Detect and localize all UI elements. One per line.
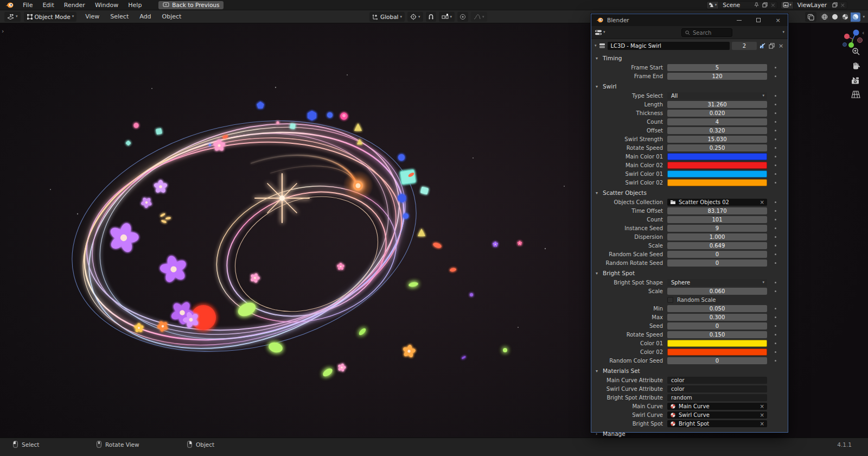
- animate-decorator-dot[interactable]: [775, 201, 776, 203]
- animate-decorator-dot[interactable]: [775, 360, 776, 362]
- animate-decorator-dot[interactable]: [775, 182, 776, 183]
- shading-rendered-button[interactable]: [851, 12, 860, 22]
- menu-help[interactable]: Help: [123, 2, 146, 9]
- unlink-scene-icon[interactable]: ×: [769, 2, 777, 9]
- checkbox-random-scale[interactable]: [667, 297, 673, 303]
- modifier-graph-icon[interactable]: [759, 43, 766, 49]
- animate-decorator-dot[interactable]: [775, 308, 776, 309]
- animate-decorator-dot[interactable]: [775, 95, 776, 97]
- section-header-manage[interactable]: ›Manage: [591, 429, 788, 439]
- shading-dropdown-chevron[interactable]: ▾: [863, 15, 865, 19]
- window-minimize-button[interactable]: [729, 14, 749, 26]
- animate-decorator-dot[interactable]: [775, 343, 776, 344]
- modifier-name-field[interactable]: LC3D - Magic Swirl: [608, 42, 730, 50]
- slider-count[interactable]: 101: [667, 216, 767, 223]
- slider-thickness[interactable]: 0.020: [667, 110, 767, 117]
- sidebar-expand-arrow[interactable]: ‹: [862, 29, 864, 36]
- slider-rotate-speed[interactable]: 0.150: [667, 331, 767, 338]
- slider-rotate-speed[interactable]: 0.250: [667, 144, 767, 151]
- animate-decorator-dot[interactable]: [775, 164, 776, 166]
- animate-decorator-dot[interactable]: [775, 219, 776, 220]
- animate-decorator-dot[interactable]: [775, 236, 776, 238]
- section-header-timing[interactable]: ▾Timing: [591, 53, 788, 63]
- animate-decorator-dot[interactable]: [775, 254, 776, 255]
- clear-material-icon[interactable]: ×: [760, 412, 764, 418]
- slider-random-rotate-seed[interactable]: 0: [667, 259, 767, 267]
- window-maximize-button[interactable]: [749, 14, 768, 26]
- dropdown-type-select[interactable]: All▾: [667, 92, 767, 99]
- animate-decorator-dot[interactable]: [775, 67, 776, 68]
- slider-min[interactable]: 0.050: [667, 305, 767, 312]
- shading-wireframe-button[interactable]: [820, 12, 829, 22]
- animate-decorator-dot[interactable]: [775, 112, 776, 114]
- slider-frame-end[interactable]: 120: [667, 73, 767, 80]
- viewport-menu-object[interactable]: Object: [157, 13, 187, 20]
- modifier-remove-icon[interactable]: ×: [777, 43, 784, 49]
- proportional-editing-toggle[interactable]: [457, 12, 468, 22]
- shading-solid-button[interactable]: [830, 12, 840, 22]
- mode-selector[interactable]: Object Mode ▾: [24, 12, 77, 22]
- slider-offset[interactable]: 0.320: [667, 127, 767, 134]
- material-field-bright-spot[interactable]: Bright Spot×: [667, 420, 767, 427]
- material-field-main-curve[interactable]: Main Curve×: [667, 403, 767, 410]
- proportional-falloff-selector[interactable]: ▾: [471, 12, 487, 22]
- overlays-toggle[interactable]: [805, 12, 816, 22]
- slider-dispersion[interactable]: 1.000: [667, 233, 767, 240]
- editor-type-selector[interactable]: ▾: [4, 12, 21, 22]
- slider-swirl-strength[interactable]: 15.030: [667, 136, 767, 143]
- modifier-count-field[interactable]: 2: [732, 42, 757, 50]
- pivot-point-selector[interactable]: ▾: [407, 12, 423, 22]
- grid-perspective-icon[interactable]: [851, 91, 860, 98]
- pan-hand-icon[interactable]: [852, 62, 860, 71]
- slider-random-color-seed[interactable]: 0: [667, 357, 767, 364]
- scene-name[interactable]: Scene: [719, 2, 752, 8]
- section-header-swirl[interactable]: ▾Swirl: [591, 81, 788, 91]
- menu-window[interactable]: Window: [90, 2, 123, 9]
- window-close-button[interactable]: ×: [768, 14, 788, 26]
- menu-file[interactable]: File: [18, 2, 37, 9]
- viewport-menu-view[interactable]: View: [80, 13, 105, 20]
- menu-edit[interactable]: Edit: [37, 2, 59, 9]
- slider-max[interactable]: 0.300: [667, 314, 767, 321]
- animate-decorator-dot[interactable]: [775, 282, 776, 283]
- animate-decorator-dot[interactable]: [775, 147, 776, 149]
- animate-decorator-dot[interactable]: [775, 121, 776, 123]
- dropdown-bright-spot-shape[interactable]: Sphere▾: [667, 279, 767, 286]
- animate-decorator-dot[interactable]: [775, 210, 776, 212]
- slider-frame-start[interactable]: 5: [667, 64, 767, 71]
- modifier-stack-icon[interactable]: [599, 43, 605, 49]
- back-to-previous-button[interactable]: Back to Previous: [158, 1, 224, 9]
- slider-seed[interactable]: 0: [667, 322, 767, 330]
- animate-decorator-dot[interactable]: [775, 325, 776, 327]
- transform-orientation-selector[interactable]: Global ▾: [369, 12, 405, 22]
- color-swatch-main-color-02[interactable]: [667, 162, 767, 169]
- window-titlebar[interactable]: Blender ×: [591, 14, 788, 26]
- viewport-menu-add[interactable]: Add: [134, 13, 156, 20]
- clear-collection-icon[interactable]: ×: [760, 199, 764, 205]
- snap-toggle[interactable]: [426, 12, 436, 22]
- toolbar-expand-arrow[interactable]: ›: [2, 28, 4, 35]
- animate-decorator-dot[interactable]: [775, 334, 776, 335]
- camera-view-icon[interactable]: [851, 77, 860, 85]
- slider-length[interactable]: 31.260: [667, 101, 767, 108]
- color-swatch-color-01[interactable]: [667, 340, 767, 347]
- animate-decorator-dot[interactable]: [775, 156, 776, 157]
- text-field-bright-spot-attribute[interactable]: random: [667, 394, 767, 401]
- shading-material-button[interactable]: [840, 12, 850, 22]
- scene-selector[interactable]: ▾ Scene ×: [706, 1, 778, 9]
- snap-with-selector[interactable]: ▾: [439, 12, 455, 22]
- text-field-swirl-curve-attribute[interactable]: color: [667, 385, 767, 392]
- copy-viewlayer-icon[interactable]: [831, 2, 839, 9]
- animate-decorator-dot[interactable]: [775, 290, 776, 292]
- animate-decorator-dot[interactable]: [775, 262, 776, 264]
- animate-decorator-dot[interactable]: [775, 104, 776, 105]
- viewlayer-name[interactable]: ViewLayer: [794, 2, 831, 8]
- animate-decorator-dot[interactable]: [775, 316, 776, 318]
- animate-decorator-dot[interactable]: [775, 75, 776, 77]
- animate-decorator-dot[interactable]: [775, 227, 776, 229]
- animate-decorator-dot[interactable]: [775, 351, 776, 353]
- remove-viewlayer-icon[interactable]: ×: [839, 2, 847, 9]
- section-header-bright-spot[interactable]: ▾Bright Spot: [591, 268, 788, 278]
- section-header-scatter-objects[interactable]: ▾Scatter Objects: [591, 188, 788, 198]
- search-input[interactable]: Search: [681, 28, 732, 37]
